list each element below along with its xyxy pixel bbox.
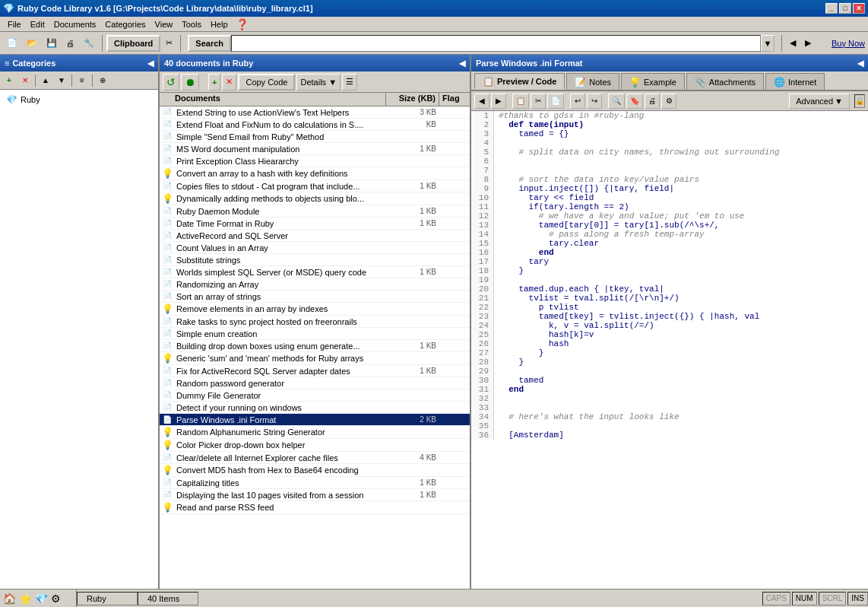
doc-list-item[interactable]: 💡Generic 'sum' and 'mean' methods for Ru… xyxy=(160,352,470,365)
doc-list-item[interactable]: 📄Ruby Daemon Module1 KB xyxy=(160,205,470,218)
doc-list-item[interactable]: 📄Print Exception Class Hieararchy xyxy=(160,155,470,167)
clipboard-icon-btn[interactable]: ✂ xyxy=(162,35,176,52)
content-tab-preview-code[interactable]: 📋Preview / Code xyxy=(474,73,565,90)
doc-list-item[interactable]: 📄Copies files to stdout - Cat program th… xyxy=(160,180,470,192)
status-count: 40 Items xyxy=(138,592,198,605)
nav-back[interactable]: ◀ xyxy=(786,35,800,52)
doc-item-icon: 📄 xyxy=(160,391,175,399)
toolbar-new[interactable]: 📄 xyxy=(3,35,21,52)
doc-list-item[interactable]: 📄Substitute strings xyxy=(160,254,470,266)
tree-item-ruby[interactable]: 💎 Ruby xyxy=(3,93,155,106)
doc-list-item[interactable]: 💡Remove elements in an array by indexes xyxy=(160,303,470,316)
code-cut-btn[interactable]: ✂ xyxy=(531,94,546,109)
content-tab-example[interactable]: 💡Example xyxy=(621,73,685,90)
doc-item-size: 1 KB xyxy=(386,207,439,215)
status-gear-icon[interactable]: ⚙ xyxy=(51,593,61,605)
toolbar-save[interactable]: 💾 xyxy=(43,35,61,52)
search-dropdown[interactable]: ▼ xyxy=(761,35,775,52)
doc-item-icon: 📄 xyxy=(160,342,175,350)
doc-list-item[interactable]: 💡Read and parse RSS feed xyxy=(160,501,470,514)
toolbar-open[interactable]: 📂 xyxy=(23,35,41,52)
details-btn[interactable]: Details ▼ xyxy=(296,74,341,91)
cat-down-btn[interactable]: ▼ xyxy=(54,73,69,88)
buy-now-link[interactable]: Buy Now xyxy=(832,39,865,48)
menu-edit[interactable]: Edit xyxy=(26,19,49,30)
content-tab-notes[interactable]: 📝Notes xyxy=(566,73,619,90)
doc-list-item[interactable]: 📄Capitalizing titles1 KB xyxy=(160,477,470,489)
code-undo-btn[interactable]: ↩ xyxy=(570,94,585,109)
advanced-button[interactable]: Advanced ▼ xyxy=(789,94,850,109)
toolbar-properties[interactable]: 🔧 xyxy=(80,35,98,52)
doc-list-item[interactable]: 📄Building drop down boxes using enum gen… xyxy=(160,340,470,352)
cat-delete-btn[interactable]: ✕ xyxy=(17,73,33,88)
status-star-icon[interactable]: ⭐ xyxy=(19,593,32,605)
code-nav-forward[interactable]: ▶ xyxy=(491,94,506,109)
doc-delete-btn[interactable]: ✕ xyxy=(222,74,236,91)
doc-list-item[interactable]: 📄Fix for ActiveRecord SQL Server adapter… xyxy=(160,365,470,377)
doc-list-item[interactable]: 📄Displaying the last 10 pages visited fr… xyxy=(160,489,470,501)
maximize-button[interactable]: □ xyxy=(839,3,851,14)
doc-list-item[interactable]: 📄Extend Float and FixNum to do calculati… xyxy=(160,119,470,131)
content-tab-attachments[interactable]: 📎Attachments xyxy=(686,73,764,90)
doc-list-item[interactable]: 💡Random Alphanumeric String Generator xyxy=(160,426,470,439)
close-button[interactable]: ✕ xyxy=(853,3,865,14)
doc-list-item[interactable]: 📄Dummy File Generator xyxy=(160,389,470,402)
toolbar-print[interactable]: 🖨 xyxy=(62,35,78,52)
clipboard-button[interactable]: Clipboard xyxy=(106,35,160,52)
cat-import-btn[interactable]: ⊕ xyxy=(95,73,110,88)
nav-forward[interactable]: ▶ xyxy=(801,35,815,52)
cat-add-btn[interactable]: + xyxy=(2,73,17,88)
doc-stop-btn[interactable]: ⏺ xyxy=(181,74,199,91)
minimize-button[interactable]: _ xyxy=(825,3,838,14)
doc-list-item[interactable]: 💡Convert MD5 hash from Hex to Base64 enc… xyxy=(160,464,470,477)
doc-list-item[interactable]: 📄Randomizing an Array xyxy=(160,278,470,291)
line-number: 4 xyxy=(471,138,494,148)
doc-list-item[interactable]: 📄Detect if your running on windows xyxy=(160,402,470,414)
doc-list-item[interactable]: 📄ActiveRecord and SQL Server xyxy=(160,230,470,242)
doc-list-item[interactable]: 📄Worlds simplest SQL Server (or MSDE) qu… xyxy=(160,266,470,278)
status-ruby-icon[interactable]: 💎 xyxy=(35,593,48,605)
code-redo-btn[interactable]: ↪ xyxy=(587,94,602,109)
menu-help[interactable]: Help xyxy=(206,19,233,30)
doc-list-item[interactable]: 💡Dynamically adding methods to objects u… xyxy=(160,192,470,205)
copy-code-button[interactable]: Copy Code xyxy=(238,74,295,91)
doc-list-item[interactable]: 📄MS Word document manipulation1 KB xyxy=(160,143,470,155)
menu-documents[interactable]: Documents xyxy=(49,19,101,30)
code-print-btn[interactable]: 🖨 xyxy=(645,94,660,109)
categories-title: Categories xyxy=(12,59,55,68)
doc-refresh-btn[interactable]: ↺ xyxy=(163,74,179,91)
categories-panel: ≡ Categories ◀ + ✕ ▲ ▼ ≡ ⊕ xyxy=(0,55,160,589)
cat-props-btn[interactable]: ≡ xyxy=(74,73,90,88)
code-area[interactable]: 1#thanks to gdsx in #ruby-lang2 def tame… xyxy=(471,111,868,589)
content-tab-internet[interactable]: 🌐Internet xyxy=(765,73,825,90)
cat-up-btn[interactable]: ▲ xyxy=(38,73,53,88)
search-input[interactable] xyxy=(231,35,761,52)
doc-list-item[interactable]: 📄Parse Windows .ini Format2 KB xyxy=(160,414,470,426)
code-search-btn[interactable]: 🔍 xyxy=(608,94,625,109)
doc-list-item[interactable]: 📄Sort an array of strings xyxy=(160,291,470,303)
code-copy-btn[interactable]: 📋 xyxy=(512,94,529,109)
doc-list-item[interactable]: 📄Extend String to use ActionView's Text … xyxy=(160,106,470,119)
doc-list-item[interactable]: 📄Simple "Send Email from Ruby" Method xyxy=(160,131,470,143)
doc-list-item[interactable]: 💡Convert an array to a hash with key def… xyxy=(160,167,470,180)
doc-list-item[interactable]: 📄Random password generator xyxy=(160,377,470,389)
doc-list-item[interactable]: 📄Simple enum creation xyxy=(160,328,470,340)
ruby-tree-icon: 💎 xyxy=(6,94,17,105)
code-bookmark-btn[interactable]: 🔖 xyxy=(626,94,643,109)
menu-tools[interactable]: Tools xyxy=(177,19,206,30)
menu-categories[interactable]: Categories xyxy=(100,19,150,30)
doc-list-item[interactable]: 📄Date Time Format in Ruby1 KB xyxy=(160,218,470,230)
menu-view[interactable]: View xyxy=(150,19,178,30)
status-home-icon[interactable]: 🏠 xyxy=(3,593,16,605)
doc-list-item[interactable]: 📄Clear/delete all Internet Explorer cach… xyxy=(160,452,470,464)
code-nav-back[interactable]: ◀ xyxy=(474,94,489,109)
doc-list-item[interactable]: 📄Count Values in an Array xyxy=(160,242,470,254)
line-content xyxy=(494,157,868,166)
code-options-btn[interactable]: ⚙ xyxy=(661,94,676,109)
view-options-btn[interactable]: ☰ xyxy=(342,74,357,91)
doc-add-btn[interactable]: + xyxy=(208,74,220,91)
doc-list-item[interactable]: 📄Rake tasks to sync project hosted on fr… xyxy=(160,316,470,328)
doc-list-item[interactable]: 💡Color Picker drop-down box helper xyxy=(160,439,470,452)
menu-file[interactable]: File xyxy=(3,19,26,30)
code-paste-btn[interactable]: 📄 xyxy=(547,94,564,109)
